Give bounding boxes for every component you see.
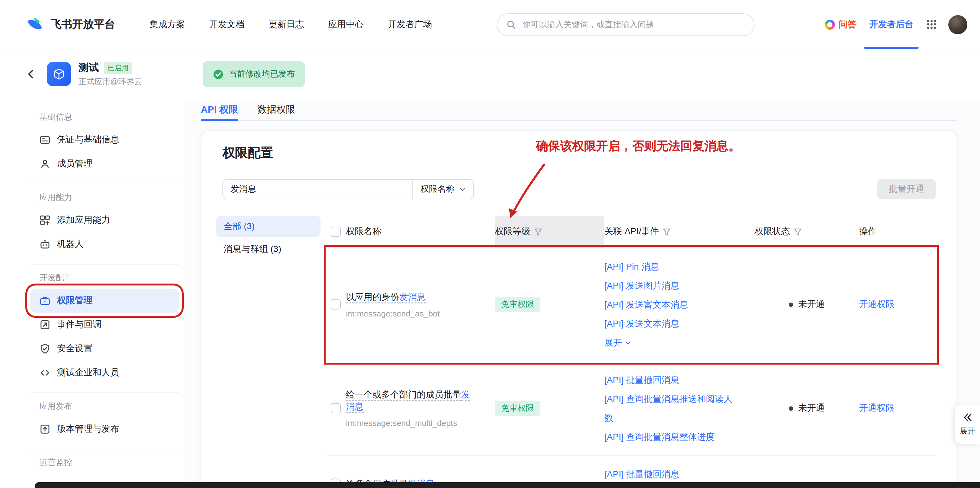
filter-icon[interactable] — [794, 228, 802, 236]
sidebar-item-label: 凭证与基础信息 — [57, 134, 119, 146]
header-permission-name: 权限名称 — [346, 216, 495, 247]
sidebar-item-label: 安全设置 — [57, 343, 92, 355]
global-search-box[interactable] — [496, 13, 754, 36]
filter-icon[interactable] — [534, 228, 542, 236]
permission-name-cell: 以应用的身份发消息 im:message:send_as_bot — [346, 257, 495, 352]
header-permission-status: 权限状态 — [754, 216, 859, 247]
category-list: 全部 (3) 消息与群组 (3) — [216, 216, 321, 488]
table-row-send-multi-depts: 给一个或多个部门的成员批量发消息 im:message:send_multi_d… — [327, 361, 935, 456]
annotation-text: 确保该权限开启，否则无法回复消息。 — [536, 138, 741, 154]
permission-code: im:message:send_multi_depts — [346, 418, 482, 428]
filter-icon[interactable] — [663, 228, 671, 236]
api-link[interactable]: [API] 批量撤回消息 — [605, 370, 754, 389]
permission-tabs: API 权限 数据权限 — [201, 99, 957, 121]
app-subtitle: 正式应用@环界云 — [78, 76, 142, 87]
check-circle-icon — [213, 69, 224, 79]
header-related-api: 关联 API/事件 — [605, 216, 754, 247]
event-callback-icon — [39, 319, 51, 330]
nav-link-integration[interactable]: 集成方案 — [150, 19, 185, 30]
tab-data-permissions[interactable]: 数据权限 — [257, 99, 295, 120]
grant-permission-link[interactable]: 开通权限 — [859, 299, 935, 310]
sidebar: 基础信息 凭证与基础信息 成员管理 应用能力 添加应用能力 — [0, 99, 185, 488]
sidebar-divider — [30, 449, 179, 449]
permission-search-input[interactable] — [222, 179, 412, 200]
api-link[interactable]: [API] Pin 消息 — [605, 257, 754, 276]
search-icon — [506, 19, 516, 29]
row-checkbox[interactable] — [331, 403, 341, 413]
api-link[interactable]: [API] 查询批量消息推送和阅读人数 — [605, 389, 741, 427]
enabled-badge: 已启用 — [104, 62, 132, 74]
sidebar-item-permissions[interactable]: 权限管理 — [30, 288, 179, 313]
feishu-logo[interactable]: 飞书开放平台 — [25, 15, 115, 34]
sidebar-divider — [30, 184, 179, 184]
sidebar-item-add-capability[interactable]: 添加应用能力 — [30, 208, 179, 232]
publish-status-pill: 当前修改均已发布 — [203, 61, 305, 87]
nav-link-docs[interactable]: 开发文档 — [209, 19, 245, 30]
grant-permission-link[interactable]: 开通权限 — [859, 402, 935, 414]
apps-grid-icon[interactable] — [926, 19, 937, 30]
sidebar-item-version-release[interactable]: 版本管理与发布 — [30, 417, 179, 441]
permission-name-cell: 给一个或多个部门的成员批量发消息 im:message:send_multi_d… — [346, 370, 495, 446]
sidebar-item-test-enterprise[interactable]: 测试企业和人员 — [30, 361, 179, 385]
api-link[interactable]: [API] 发送富文本消息 — [605, 295, 754, 314]
filter-select[interactable]: 权限名称 — [412, 179, 474, 200]
status-text: 未开通 — [798, 402, 825, 414]
user-avatar[interactable] — [948, 15, 967, 34]
back-button[interactable] — [25, 68, 37, 80]
permission-code: im:message:send_as_bot — [346, 309, 482, 318]
console-link[interactable]: 开发者后台 — [868, 0, 915, 49]
status-text: 未开通 — [798, 299, 825, 310]
release-icon — [39, 423, 51, 435]
sidebar-item-label: 成员管理 — [57, 158, 92, 170]
table-header-row: 权限名称 权限等级 关联 API/事件 权限状态 — [327, 216, 935, 248]
nav-link-app-center[interactable]: 应用中心 — [328, 19, 364, 30]
permission-table: 权限名称 权限等级 关联 API/事件 权限状态 — [327, 216, 935, 488]
sidebar-item-members[interactable]: 成员管理 — [30, 152, 179, 176]
related-api-cell: [API] 批量撤回消息 [API] 查询批量消息推送和阅读人数 [API] 查… — [605, 370, 754, 446]
app-icon — [47, 62, 71, 86]
sidebar-item-events[interactable]: 事件与回调 — [30, 313, 179, 337]
category-message-group[interactable]: 消息与群组 (3) — [216, 239, 321, 260]
nav-link-dev-plaza[interactable]: 开发者广场 — [388, 19, 432, 30]
nav-link-changelog[interactable]: 更新日志 — [269, 19, 304, 30]
qa-link[interactable]: 问答 — [825, 19, 856, 30]
table-row-send-as-bot: 以应用的身份发消息 im:message:send_as_bot 免审权限 [A… — [327, 248, 935, 361]
sidebar-section-release: 应用发布 — [39, 401, 170, 412]
sidebar-item-label: 版本管理与发布 — [57, 423, 119, 435]
expand-panel-button[interactable]: 展开 — [954, 404, 980, 444]
sidebar-section-basic: 基础信息 — [39, 111, 170, 123]
sidebar-item-bot[interactable]: 机器人 — [30, 232, 179, 256]
row-checkbox[interactable] — [331, 299, 341, 309]
sidebar-divider — [30, 264, 179, 265]
sidebar-item-label: 权限管理 — [57, 295, 92, 306]
main-panel: API 权限 数据权限 权限配置 确保该权限开启，否则无法回复消息。 权限名称 — [185, 99, 980, 488]
batch-open-button[interactable]: 批量开通 — [877, 179, 935, 200]
sidebar-item-label: 添加应用能力 — [57, 215, 110, 226]
category-all[interactable]: 全部 (3) — [216, 216, 321, 237]
logo-text: 飞书开放平台 — [51, 17, 115, 32]
app-name: 测试 — [78, 61, 99, 74]
api-link[interactable]: [API] 批量撤回消息 — [605, 464, 754, 483]
header-actions: 操作 — [859, 216, 935, 247]
cube-icon — [52, 67, 66, 81]
tab-api-permissions[interactable]: API 权限 — [201, 99, 238, 120]
api-link[interactable]: [API] 发送文本消息 — [605, 314, 754, 333]
select-all-checkbox[interactable] — [331, 227, 341, 237]
app-meta: 测试 已启用 正式应用@环界云 — [78, 61, 142, 87]
add-capability-icon — [39, 215, 51, 226]
api-link[interactable]: [API] 查询批量消息整体进度 — [605, 427, 754, 446]
chevron-left-icon — [25, 68, 37, 80]
filter-select-label: 权限名称 — [420, 184, 455, 195]
api-link[interactable]: [API] 发送图片消息 — [605, 276, 754, 295]
permission-status-cell: 未开通 — [754, 370, 859, 446]
expand-apis-link[interactable]: 展开 — [605, 333, 754, 352]
global-search-input[interactable] — [521, 19, 745, 30]
code-brackets-icon — [39, 367, 51, 379]
content-area: 基础信息 凭证与基础信息 成员管理 应用能力 添加应用能力 — [0, 99, 980, 488]
sidebar-item-security[interactable]: 安全设置 — [30, 337, 179, 361]
sidebar-item-credentials[interactable]: 凭证与基础信息 — [30, 128, 179, 152]
sidebar-divider — [30, 393, 179, 393]
annotation-arrow — [499, 162, 569, 225]
permission-body: 全部 (3) 消息与群组 (3) 权限名称 权限等级 — [216, 216, 935, 488]
app-header: 测试 已启用 正式应用@环界云 当前修改均已发布 — [0, 49, 980, 99]
